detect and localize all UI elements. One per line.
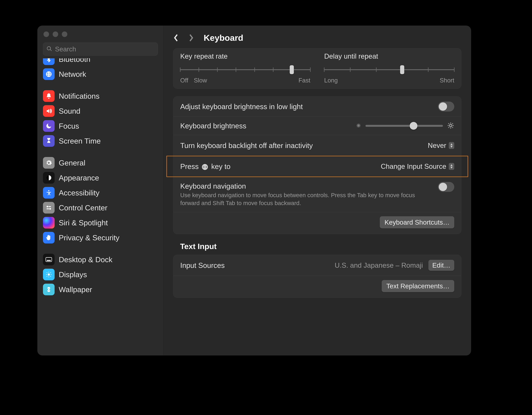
svg-point-11 <box>358 125 359 126</box>
svg-marker-13 <box>450 144 453 145</box>
nav-back-button[interactable] <box>173 34 179 42</box>
sidebar-item-label: Control Center <box>59 203 107 212</box>
key-repeat-label: Key repeat rate <box>180 52 310 60</box>
gear-icon <box>43 157 55 169</box>
svg-point-2 <box>48 190 49 192</box>
search-icon <box>47 46 52 52</box>
key-repeat-fast-label: Fast <box>298 77 310 84</box>
svg-point-3 <box>47 206 48 207</box>
delay-long-label: Long <box>324 77 338 84</box>
sidebar-item-siri-spotlight[interactable]: Siri & Spotlight <box>41 215 160 230</box>
sidebar-item-label: Privacy & Security <box>59 233 119 242</box>
sidebar-item-label: Displays <box>59 270 87 279</box>
sidebar-item-general[interactable]: General <box>41 155 160 170</box>
brightness-low-icon <box>356 123 361 129</box>
sidebar-item-wallpaper[interactable]: Wallpaper <box>41 282 160 297</box>
keyboard-brightness-slider[interactable] <box>356 122 454 130</box>
svg-rect-7 <box>46 257 52 262</box>
sidebar-item-desktop-dock[interactable]: Desktop & Dock <box>41 252 160 267</box>
keyboard-navigation-row: Keyboard navigation Use keyboard navigat… <box>173 177 461 212</box>
key-repeat-slider-group: Key repeat rate Off Slow Fast <box>180 52 310 84</box>
network-icon <box>43 68 55 80</box>
sidebar-item-displays[interactable]: Displays <box>41 267 160 282</box>
input-sources-row: Input Sources U.S. and Japanese – Romaji… <box>173 255 461 276</box>
appearance-icon <box>43 172 55 183</box>
sidebar-item-control-center[interactable]: Control Center <box>41 200 160 215</box>
sidebar-item-network[interactable]: Network <box>41 67 160 82</box>
key-repeat-slow-label: Slow <box>194 77 207 84</box>
sidebar-item-label: Wallpaper <box>59 285 92 294</box>
sidebar-item-label: Screen Time <box>59 137 101 145</box>
traffic-light-zoom[interactable] <box>62 31 67 37</box>
sound-icon <box>43 105 55 117</box>
delay-slider-group: Delay until repeat Long Short <box>324 52 454 84</box>
text-replacements-row: Text Replacements… <box>173 276 461 298</box>
input-sources-edit-button[interactable]: Edit… <box>428 260 454 271</box>
text-input-panel: Input Sources U.S. and Japanese – Romaji… <box>173 255 461 298</box>
globe-key-select[interactable]: Change Input Source <box>378 161 454 172</box>
input-sources-label: Input Sources <box>180 261 225 270</box>
input-sources-value: U.S. and Japanese – Romaji <box>335 261 423 269</box>
sidebar-item-label: Accessibility <box>59 188 99 197</box>
backlight-off-select[interactable]: Never <box>425 140 454 151</box>
sidebar-item-privacy-security[interactable]: Privacy & Security <box>41 230 160 245</box>
bell-icon <box>43 90 55 102</box>
search-input[interactable] <box>55 45 154 53</box>
sidebar-item-label: General <box>59 158 85 167</box>
svg-point-12 <box>449 124 452 127</box>
search-field[interactable] <box>43 43 158 56</box>
key-repeat-slider[interactable] <box>180 66 310 74</box>
delay-slider[interactable] <box>324 66 454 74</box>
siri-icon <box>43 217 55 229</box>
hand-icon <box>43 232 55 243</box>
sidebar-item-focus[interactable]: Focus <box>41 118 160 134</box>
keyboard-navigation-label: Keyboard navigation <box>180 182 432 190</box>
globe-key-value: Change Input Source <box>381 162 446 170</box>
sidebar-item-label: Network <box>59 70 86 78</box>
sidebar-item-label: Focus <box>59 122 79 130</box>
brightness-high-icon <box>447 122 454 130</box>
traffic-light-minimize[interactable] <box>53 31 58 37</box>
moon-icon <box>43 120 55 132</box>
nav-forward-button <box>189 34 194 42</box>
svg-point-10 <box>48 289 50 290</box>
backlight-off-label: Turn keyboard backlight off after inacti… <box>180 141 313 150</box>
sidebar-item-label: Notifications <box>59 92 99 100</box>
auto-brightness-row: Adjust keyboard brightness in low light <box>173 97 461 116</box>
keyboard-shortcuts-row: Keyboard Shortcuts… <box>173 212 461 234</box>
text-replacements-button[interactable]: Text Replacements… <box>382 280 454 292</box>
svg-rect-8 <box>47 260 51 261</box>
hourglass-icon <box>43 135 55 147</box>
sidebar-item-appearance[interactable]: Appearance <box>41 170 160 185</box>
auto-brightness-toggle[interactable] <box>438 102 454 112</box>
sidebar-item-label: Bluetooth <box>59 58 90 63</box>
sidebar-item-screen-time[interactable]: Screen Time <box>41 134 160 148</box>
auto-brightness-label: Adjust keyboard brightness in low light <box>180 102 303 111</box>
displays-icon <box>43 269 55 280</box>
sidebar-item-label: Siri & Spotlight <box>59 218 108 227</box>
traffic-light-close[interactable] <box>44 31 49 37</box>
svg-marker-17 <box>450 167 453 169</box>
wallpaper-icon <box>43 284 55 295</box>
key-repeat-panel: Key repeat rate Off Slow Fast <box>173 48 461 89</box>
chevron-updown-icon <box>449 142 454 149</box>
page-title: Keyboard <box>204 33 243 43</box>
globe-key-label: Press key to <box>180 162 230 171</box>
sidebar-item-label: Desktop & Dock <box>59 255 112 264</box>
keyboard-shortcuts-button[interactable]: Keyboard Shortcuts… <box>380 216 454 228</box>
svg-rect-4 <box>48 206 51 207</box>
svg-marker-16 <box>450 164 453 166</box>
content: Keyboard Key repeat rate Off Slow <box>163 26 471 355</box>
backlight-off-value: Never <box>428 142 446 150</box>
sidebar-item-notifications[interactable]: Notifications <box>41 88 160 104</box>
text-input-heading: Text Input <box>180 242 461 251</box>
svg-point-5 <box>49 208 51 210</box>
control-center-icon <box>43 202 55 213</box>
backlight-off-row: Turn keyboard backlight off after inacti… <box>173 135 461 156</box>
sidebar-item-accessibility[interactable]: Accessibility <box>41 185 160 200</box>
sidebar-item-bluetooth[interactable]: Bluetooth <box>41 58 160 67</box>
keyboard-navigation-toggle[interactable] <box>438 182 454 192</box>
sidebar-item-sound[interactable]: Sound <box>41 104 160 118</box>
key-repeat-off-label: Off <box>180 77 188 84</box>
delay-short-label: Short <box>440 77 454 84</box>
